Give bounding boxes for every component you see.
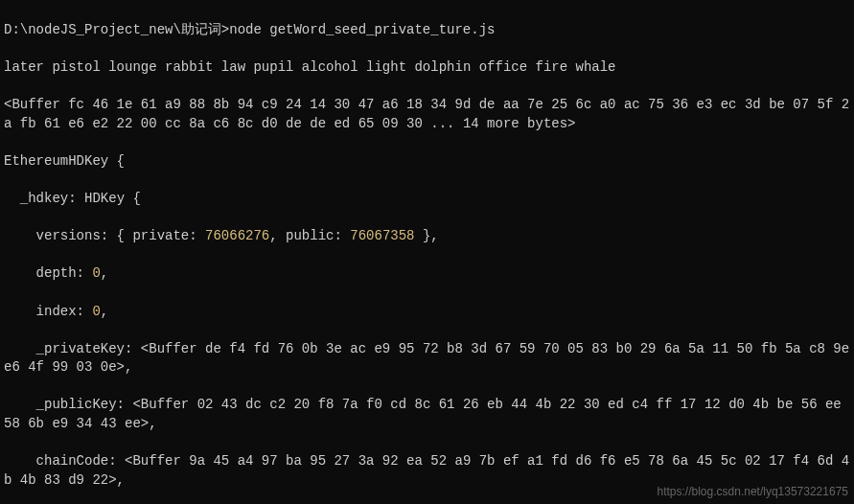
- watermark-text: https://blog.csdn.net/lyq13573221675: [658, 484, 849, 500]
- public-version: 76067358: [350, 228, 414, 243]
- priv-key-line: _privateKey: <Buffer de f4 fd 76 0b 3e a…: [4, 340, 850, 378]
- terminal-output: D:\nodeJS_Project_new\助记词>node getWord_s…: [4, 2, 850, 504]
- prompt: D:\nodeJS_Project_new\助记词>: [4, 22, 229, 37]
- command-line: D:\nodeJS_Project_new\助记词>node getWord_s…: [4, 21, 850, 40]
- mnemonic-output: later pistol lounge rabbit law pupil alc…: [4, 58, 850, 78]
- index-value: 0: [92, 304, 100, 319]
- hdkey-line: _hdkey: HDKey {: [4, 190, 850, 209]
- versions-line: versions: { private: 76066276, public: 7…: [4, 227, 850, 246]
- index-line: index: 0,: [4, 303, 850, 322]
- object-header: EthereumHDKey {: [4, 152, 850, 172]
- depth-value: 0: [92, 265, 100, 281]
- depth-line: depth: 0,: [4, 264, 850, 284]
- private-version: 76066276: [205, 228, 269, 243]
- command-text: node getWord_seed_private_ture.js: [229, 22, 495, 37]
- pub-key-line: _publicKey: <Buffer 02 43 dc c2 20 f8 7a…: [4, 396, 850, 433]
- buffer-output: <Buffer fc 46 1e 61 a9 88 8b 94 c9 24 14…: [4, 96, 850, 133]
